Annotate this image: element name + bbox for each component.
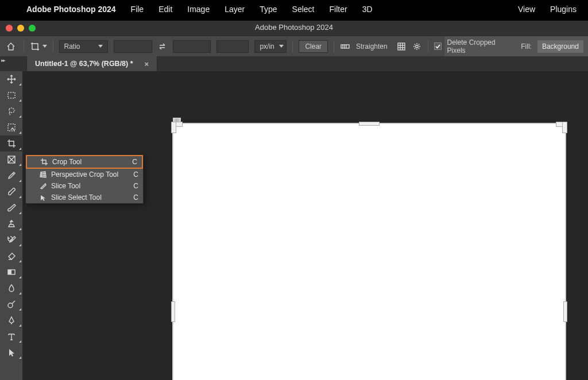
flyout-label: Perspective Crop Tool (51, 170, 118, 179)
crop-resolution-input[interactable] (216, 40, 249, 53)
panel-collapse-handle[interactable]: ▸▸ (1, 57, 5, 63)
svg-line-22 (44, 172, 45, 177)
lasso-tool[interactable] (0, 103, 23, 119)
crop-preset-dropdown[interactable]: Ratio (59, 40, 109, 53)
flyout-label: Slice Select Tool (51, 193, 102, 201)
type-tool[interactable] (0, 328, 23, 344)
flyout-shortcut: C (133, 170, 138, 179)
menu-image[interactable]: Image (187, 5, 210, 14)
divider (334, 40, 334, 53)
fill-dropdown[interactable]: Background (537, 40, 583, 53)
menu-view[interactable]: View (518, 5, 535, 14)
crop-options-gear-button[interactable] (412, 41, 422, 52)
swap-dimensions-button[interactable] (158, 42, 167, 51)
flyout-shortcut: C (133, 182, 138, 190)
minimize-window-button[interactable] (17, 25, 24, 32)
menu-layer[interactable]: Layer (225, 5, 245, 14)
macos-menubar: Adobe Photoshop 2024 File Edit Image Lay… (0, 0, 588, 18)
menu-filter[interactable]: Filter (330, 5, 347, 14)
blur-tool[interactable] (0, 280, 23, 296)
menu-edit[interactable]: Edit (158, 5, 172, 14)
close-window-button[interactable] (6, 25, 13, 32)
canvas-viewport[interactable]: ⊞ (172, 123, 566, 380)
svg-rect-4 (398, 43, 405, 50)
window-controls (6, 25, 36, 32)
crop-handle-top[interactable] (359, 122, 380, 126)
close-tab-button[interactable]: × (145, 60, 149, 68)
brush-tool[interactable] (0, 200, 23, 216)
crop-height-input[interactable] (173, 40, 211, 53)
svg-rect-10 (8, 92, 15, 98)
flyout-label: Crop Tool (52, 158, 82, 166)
crop-handle-left[interactable] (171, 301, 175, 322)
flyout-label: Slice Tool (51, 182, 80, 190)
resolution-unit-value: px/in (260, 42, 274, 51)
move-tool[interactable] (0, 71, 23, 87)
svg-rect-0 (341, 45, 349, 48)
document-tab[interactable]: Untitled-1 @ 63,7% (RGB/8) * × (26, 56, 157, 71)
crop-handle-top-right[interactable] (562, 122, 567, 133)
delete-cropped-checkbox[interactable] (434, 42, 442, 50)
fill-label: Fill: (521, 42, 532, 51)
document-canvas[interactable]: ⊞ (172, 123, 566, 380)
slice-icon (38, 182, 48, 190)
slice-select-icon (38, 193, 48, 201)
pen-tool[interactable] (0, 312, 23, 328)
delete-cropped-label: Delete Cropped Pixels (447, 38, 512, 55)
flyout-item-perspective-crop[interactable]: Perspective Crop Tool C (26, 169, 143, 180)
crop-preset-value: Ratio (64, 42, 80, 51)
window-title: Adobe Photoshop 2024 (255, 23, 333, 32)
frame-tool[interactable] (0, 152, 23, 168)
svg-marker-19 (9, 349, 14, 356)
flyout-item-slice[interactable]: Slice Tool C (26, 180, 143, 192)
app-menu[interactable]: Adobe Photoshop 2024 (26, 5, 116, 14)
spot-healing-brush-tool[interactable] (0, 184, 23, 200)
tool-preset-picker[interactable] (30, 41, 47, 52)
menu-type[interactable]: Type (260, 5, 277, 14)
quick-selection-tool[interactable] (0, 119, 23, 135)
svg-point-9 (416, 45, 418, 47)
flyout-item-slice-select[interactable]: Slice Select Tool C (26, 192, 143, 203)
gradient-tool[interactable] (0, 264, 23, 280)
work-area: Crop Tool C Perspective Crop Tool C Slic… (0, 71, 588, 380)
flyout-shortcut: C (132, 158, 137, 166)
home-button[interactable] (5, 40, 18, 53)
overlay-options-button[interactable] (397, 41, 407, 52)
crop-width-input[interactable] (114, 40, 152, 53)
crop-handle-right[interactable] (563, 301, 567, 322)
maximize-window-button[interactable] (29, 25, 36, 32)
divider (428, 40, 428, 53)
svg-line-23 (41, 174, 46, 175)
eyedropper-tool[interactable] (0, 168, 23, 184)
menu-plugins[interactable]: Plugins (550, 5, 577, 14)
menu-file[interactable]: File (131, 5, 144, 14)
document-tab-strip: Untitled-1 @ 63,7% (RGB/8) * × (0, 56, 588, 71)
crop-tool-flyout: Crop Tool C Perspective Crop Tool C Slic… (25, 154, 144, 204)
svg-marker-25 (41, 195, 45, 201)
app-titlebar: Adobe Photoshop 2024 (0, 21, 588, 36)
flyout-item-crop[interactable]: Crop Tool C (27, 156, 142, 168)
document-tab-title: Untitled-1 @ 63,7% (RGB/8) * (35, 60, 133, 68)
menu-select[interactable]: Select (292, 5, 315, 14)
eraser-tool[interactable] (0, 248, 23, 264)
rectangular-marquee-tool[interactable] (0, 87, 23, 103)
crop-tool[interactable] (0, 135, 23, 152)
history-brush-tool[interactable] (0, 232, 23, 248)
divider (292, 40, 293, 53)
menu-3d[interactable]: 3D (362, 5, 373, 14)
clone-stamp-tool[interactable] (0, 216, 23, 232)
crop-handle-top-left[interactable] (171, 122, 176, 133)
path-selection-tool[interactable] (0, 344, 23, 360)
straighten-button[interactable]: Straighten (356, 42, 388, 51)
divider (24, 40, 24, 53)
svg-line-21 (42, 172, 42, 177)
clear-button[interactable]: Clear (299, 40, 328, 53)
tools-panel (0, 71, 23, 380)
straighten-icon[interactable] (340, 41, 350, 52)
crop-bounding-box[interactable] (172, 123, 566, 380)
perspective-crop-icon (38, 170, 48, 179)
options-bar: Ratio px/in Clear Straighten Delete Cr (0, 36, 588, 56)
resolution-unit-dropdown[interactable]: px/in (254, 40, 287, 53)
dodge-tool[interactable] (0, 296, 23, 312)
svg-point-17 (8, 303, 13, 308)
